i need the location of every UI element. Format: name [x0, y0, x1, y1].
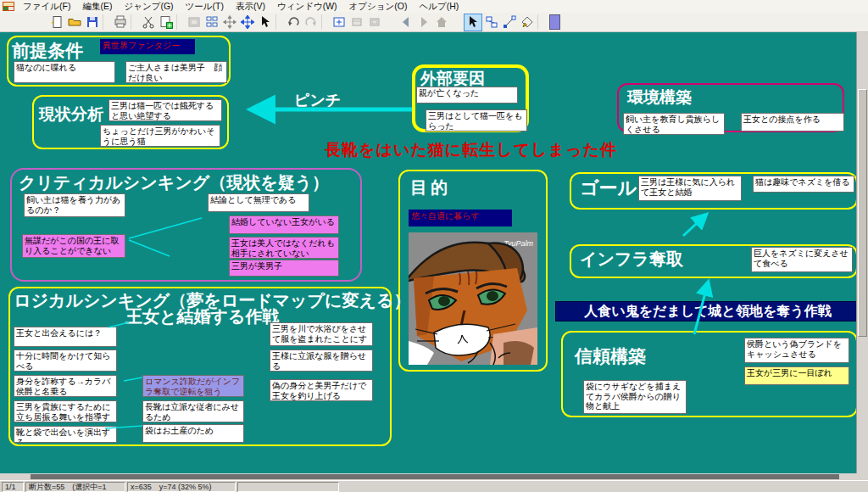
menu-edit[interactable]: 編集(E) [77, 1, 119, 13]
menu-file[interactable]: ファイル(F) [18, 1, 77, 13]
node-frame-b-icon[interactable] [365, 14, 383, 31]
status-fragments: 断片数=55 (選択中=1 [25, 482, 125, 492]
toolbar-separator [131, 14, 137, 30]
node-item[interactable]: 猫なのに喋れる [14, 61, 115, 83]
menu-help[interactable]: ヘルプ(H) [415, 1, 466, 13]
toolbar [0, 13, 868, 32]
undo-icon[interactable] [284, 14, 302, 31]
print-icon[interactable] [111, 14, 129, 31]
infra-to-goal-arrow [683, 215, 705, 236]
toolbar-separator [537, 14, 544, 30]
node-item[interactable]: ちょっとだけ三男がかわいそうに思う猫 [100, 125, 220, 147]
redo-icon[interactable] [302, 14, 320, 31]
node-item[interactable]: 袋はお土産のため [142, 424, 244, 443]
canvas[interactable]: 前提条件 現状分析 外部要因 環境構築 クリティカルシンキング（現状を疑う） 目… [0, 32, 868, 473]
node-item-pink[interactable]: 無謀だがこの国の王に取り入ることができないか？ [22, 234, 125, 258]
vertical-scrollbar[interactable] [856, 32, 868, 473]
node-item[interactable]: 偽の身分と美男子だけで王女を釣り上げる [270, 379, 373, 401]
forward-icon[interactable] [415, 14, 432, 31]
grid-icon[interactable] [203, 14, 220, 31]
node-item[interactable]: 侯爵という偽ブランドをキャッシュさせる [744, 338, 849, 363]
toolbar-separator [103, 14, 109, 30]
group-infra-title: インフラ奪取 [580, 248, 683, 271]
group-purpose-title: 目的 [410, 176, 451, 199]
status-bar: 1/1 断片数=55 (選択中=1 x=635 y=74 (32% 5%) [0, 480, 868, 492]
main-title: 長靴をはいた猫に転生してしまった件 [325, 139, 617, 161]
horizontal-scrollbar-thumb[interactable] [31, 474, 839, 479]
node-item[interactable]: 飼い主は猫を養う力があるのか？ [24, 193, 125, 217]
group-analysis-title: 現状分析 [39, 103, 103, 126]
relation-tool-icon[interactable] [482, 14, 500, 31]
toolbar-separator [321, 14, 328, 30]
paste-fragment-icon[interactable] [157, 14, 175, 31]
app-icon [3, 2, 14, 11]
arrange-icon[interactable] [220, 14, 238, 31]
node-item[interactable]: ご主人さまは美男子 顔だけ良い [125, 61, 227, 83]
group-logical-title-line2: 王女と結婚する作戦 [125, 305, 279, 328]
open-file-icon[interactable] [65, 14, 83, 31]
node-item[interactable]: 長靴は立派な従者にみせるため [142, 400, 244, 422]
menu-bar: ファイル(F) 編集(E) ジャンプ(G) ツール(T) 表示(V) ウィンドウ… [0, 0, 868, 13]
menu-jump[interactable]: ジャンプ(G) [119, 1, 180, 13]
menu-window[interactable]: ウィンドウ(W) [272, 1, 344, 13]
status-empty [237, 482, 339, 492]
toolbar-separator [275, 14, 282, 30]
node-item[interactable]: 三男を貴族にするために立ち居振る舞いを指導する [14, 400, 117, 422]
node-item-pink[interactable]: 三男が美男子 [229, 260, 339, 277]
group-goal-title: ゴール [580, 176, 637, 201]
node-item-pink[interactable]: 結婚していない王女がいる [229, 215, 339, 234]
node-item[interactable]: 三男を川で水浴びをさせて服を盗まれたことにする [270, 322, 373, 346]
node-item[interactable]: 巨人をネズミに変えさせて食べる [751, 247, 853, 272]
node-item[interactable]: 結論として無理である [208, 193, 309, 212]
save-icon[interactable] [83, 14, 101, 31]
status-position: x=635 y=74 (32% 5%) [127, 482, 236, 492]
group-premise-title: 前提条件 [12, 39, 83, 63]
node-item[interactable]: 王様に立派な服を贈らせる [270, 349, 373, 372]
node-item-highlight[interactable]: 王女が三男に一目ぼれ [744, 366, 849, 385]
link-tool-icon[interactable] [500, 14, 518, 31]
node-item[interactable]: 三男は王様に気に入られて王女と結婚 [638, 176, 742, 201]
puss-in-boots-image: TyuPalm [409, 232, 537, 365]
node-item[interactable]: 三男は猫一匹では餓死すると思い絶望する [108, 99, 222, 121]
cut-icon[interactable] [139, 14, 157, 31]
back-icon[interactable] [397, 14, 415, 31]
node-item[interactable]: 飼い主を教育し貴族らしくさせる [623, 113, 725, 135]
group-critical-title: クリティカルシンキング（現状を疑う） [19, 171, 329, 194]
premise-tag[interactable]: 異世界ファンタジー [100, 39, 195, 54]
draw-tool-icon[interactable] [518, 14, 536, 31]
frame-icon[interactable] [185, 14, 203, 31]
menu-tools[interactable]: ツール(T) [181, 1, 231, 13]
purpose-tag[interactable]: 悠々自適に暮らす [409, 210, 512, 226]
group-environment-title: 環境構築 [627, 87, 692, 109]
node-item-pink[interactable]: 王女は美人ではなくだれも相手にされていない [229, 237, 339, 259]
node-item[interactable]: 親が亡くなった [416, 87, 518, 103]
group-trust-title: 信頼構築 [575, 344, 646, 368]
pinch-label: ピンチ [294, 90, 341, 110]
node-item[interactable]: 猫は趣味でネズミを借る [753, 176, 854, 193]
status-page: 1/1 [2, 482, 24, 492]
horizontal-scrollbar[interactable] [0, 473, 868, 480]
node-item[interactable]: 王女との接点を作る [741, 113, 844, 131]
home-icon[interactable] [432, 14, 450, 31]
node-item[interactable]: 王女と出会えるには？ [14, 327, 117, 347]
new-file-icon[interactable] [47, 14, 65, 31]
ogre-banner[interactable]: 人食い鬼をだまして城と領地を奪う作戦 [555, 301, 860, 321]
toolbar-separator [176, 14, 183, 30]
menu-view[interactable]: 表示(V) [231, 1, 272, 13]
pointer-icon[interactable] [256, 14, 274, 31]
node-item[interactable]: 身分を詐称する→カラバ侯爵と名乗る [14, 375, 117, 397]
new-node-icon[interactable] [330, 14, 348, 31]
node-item[interactable]: 靴と袋で出会いを演出する [14, 426, 117, 443]
color-swatch[interactable] [546, 14, 564, 31]
move-icon[interactable] [238, 14, 256, 31]
node-item[interactable]: 袋にウサギなどを捕まえてカラバ侯爵からの贈り物と献上 [583, 380, 687, 414]
node-item-periwinkle[interactable]: ロマンス詐欺だがインフラ奪取で逆転を狙う [142, 375, 244, 397]
vertical-scrollbar-thumb[interactable] [858, 89, 867, 337]
node-item[interactable]: 十分に時間をかけて知らべる [14, 349, 117, 372]
node-frame-a-icon[interactable] [348, 14, 365, 31]
node-item[interactable]: 三男はとして猫一匹をもらった [426, 109, 527, 131]
select-tool-icon[interactable] [464, 14, 482, 31]
menu-options[interactable]: オプション(O) [344, 1, 415, 13]
